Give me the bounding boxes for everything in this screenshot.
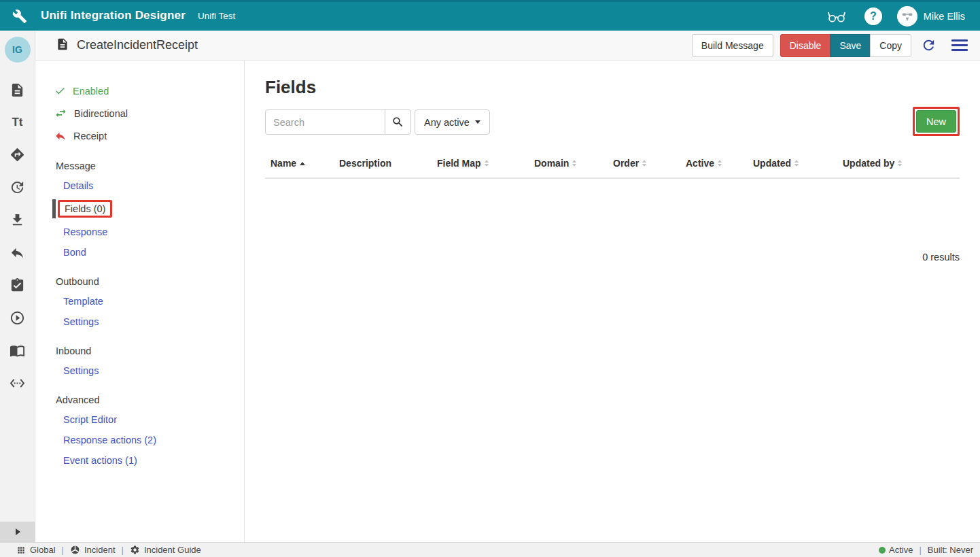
code-icon[interactable] xyxy=(10,375,25,391)
sort-icon xyxy=(572,160,576,167)
built-status-label: Built: Never xyxy=(928,545,973,555)
directions-icon[interactable] xyxy=(10,147,25,163)
app-window: Unifi Integration Designer Unifi Test ? xyxy=(0,0,980,557)
scope-selector[interactable]: Global xyxy=(16,545,56,555)
disable-button[interactable]: Disable xyxy=(780,34,831,57)
copy-button[interactable]: Copy xyxy=(870,34,911,57)
guide-selector[interactable]: Incident Guide xyxy=(130,545,201,555)
column-header-field-map[interactable]: Field Map xyxy=(437,158,534,169)
column-header-updated-by[interactable]: Updated by xyxy=(843,158,960,169)
results-count: 0 results xyxy=(265,252,960,263)
separator: | xyxy=(122,545,124,555)
column-header-description[interactable]: Description xyxy=(339,158,437,169)
status-bar: Global | Incident | Incident Guide Activ… xyxy=(0,542,980,557)
nav-status-enabled: Enabled xyxy=(35,80,244,102)
record-title: CreateIncidentReceipt xyxy=(77,38,198,52)
nav-section-message: Message xyxy=(35,155,244,175)
task-check-icon[interactable] xyxy=(10,277,25,293)
column-header-name[interactable]: Name xyxy=(270,158,339,169)
active-filter-dropdown[interactable]: Any active xyxy=(415,109,490,135)
gear-icon xyxy=(130,545,140,555)
annotation-box-new: New xyxy=(913,107,960,136)
column-header-updated[interactable]: Updated xyxy=(753,158,843,169)
receipt-reply-icon xyxy=(54,130,67,142)
search-button[interactable] xyxy=(385,109,411,135)
fields-panel: Fields Any active xyxy=(245,61,980,542)
download-icon[interactable] xyxy=(10,212,25,228)
help-icon[interactable]: ? xyxy=(864,7,882,25)
separator: | xyxy=(919,545,921,555)
app-branding: Unifi Integration Designer Unifi Test xyxy=(0,9,235,24)
record-header: CreateIncidentReceipt Build Message Disa… xyxy=(35,31,980,61)
check-icon xyxy=(54,85,66,97)
fields-table-header: Name Description Field Map Domain Order … xyxy=(265,148,960,179)
column-header-order[interactable]: Order xyxy=(613,158,686,169)
nav-link-script-editor[interactable]: Script Editor xyxy=(35,409,244,430)
nav-link-response-actions[interactable]: Response actions (2) xyxy=(35,430,244,450)
expand-arrow-icon xyxy=(16,528,20,535)
column-header-active[interactable]: Active xyxy=(686,158,753,169)
active-status-dot xyxy=(879,547,886,554)
active-status-label: Active xyxy=(889,545,913,555)
history-icon[interactable] xyxy=(10,180,25,195)
preview-glasses-icon[interactable] xyxy=(824,5,850,27)
side-nav: Enabled Bidirectional Receipt Message De… xyxy=(35,61,245,542)
new-button[interactable]: New xyxy=(916,110,956,133)
user-avatar xyxy=(897,6,917,27)
separator: | xyxy=(62,545,64,555)
book-icon[interactable] xyxy=(10,343,25,358)
wrench-icon xyxy=(12,9,27,24)
sidebar-expand-button[interactable] xyxy=(0,522,35,542)
search-group xyxy=(265,109,411,135)
environment-label: Unifi Test xyxy=(198,11,235,21)
integration-avatar: IG xyxy=(5,37,31,63)
nav-status-bidirectional: Bidirectional xyxy=(35,102,244,124)
text-format-icon[interactable]: Tt xyxy=(12,115,22,130)
document-icon[interactable] xyxy=(10,82,25,98)
annotation-box-fields: Fields (0) xyxy=(58,200,112,218)
nav-link-bond[interactable]: Bond xyxy=(35,242,244,263)
pie-segments-icon xyxy=(70,545,80,555)
nav-link-inbound-settings[interactable]: Settings xyxy=(35,360,244,381)
play-circle-icon[interactable] xyxy=(10,310,25,326)
search-icon xyxy=(391,116,404,129)
sort-icon xyxy=(898,160,902,167)
nav-section-inbound: Inbound xyxy=(35,340,244,360)
record-action-group: Disable Save Copy xyxy=(780,34,911,57)
top-bar: Unifi Integration Designer Unifi Test ? xyxy=(0,0,980,31)
nav-link-fields[interactable]: Fields (0) xyxy=(65,203,105,214)
nav-link-details[interactable]: Details xyxy=(35,175,244,196)
refresh-icon[interactable] xyxy=(918,35,939,56)
sort-icon xyxy=(718,160,722,167)
app-title: Unifi Integration Designer xyxy=(41,9,186,22)
chevron-down-icon xyxy=(475,120,480,124)
sort-icon xyxy=(794,160,799,167)
build-message-button[interactable]: Build Message xyxy=(692,34,773,57)
active-indicator-bar xyxy=(52,199,56,218)
nav-link-outbound-settings[interactable]: Settings xyxy=(35,311,244,332)
nav-link-event-actions[interactable]: Event actions (1) xyxy=(35,450,244,471)
user-name: Mike Ellis xyxy=(924,11,965,22)
sort-icon xyxy=(642,160,646,167)
sort-icon xyxy=(485,160,489,167)
search-input[interactable] xyxy=(265,109,385,135)
user-menu[interactable]: Mike Ellis xyxy=(897,6,965,27)
application-selector[interactable]: Incident xyxy=(70,545,116,555)
page-title: Fields xyxy=(265,77,960,98)
record-document-icon xyxy=(56,37,69,54)
nav-section-advanced: Advanced xyxy=(35,389,244,409)
sort-asc-icon xyxy=(300,162,305,165)
reply-icon[interactable] xyxy=(10,245,25,260)
menu-icon[interactable] xyxy=(949,36,970,54)
grid-icon xyxy=(16,545,26,555)
nav-link-template[interactable]: Template xyxy=(35,291,244,311)
nav-link-fields-active: Fields (0) xyxy=(35,197,244,221)
save-button[interactable]: Save xyxy=(830,34,871,57)
nav-section-outbound: Outbound xyxy=(35,271,244,291)
swap-arrows-icon xyxy=(54,107,67,120)
nav-link-response[interactable]: Response xyxy=(35,222,244,242)
nav-status-receipt: Receipt xyxy=(35,124,244,147)
icon-rail: IG Tt xyxy=(0,31,35,542)
column-header-domain[interactable]: Domain xyxy=(534,158,613,169)
